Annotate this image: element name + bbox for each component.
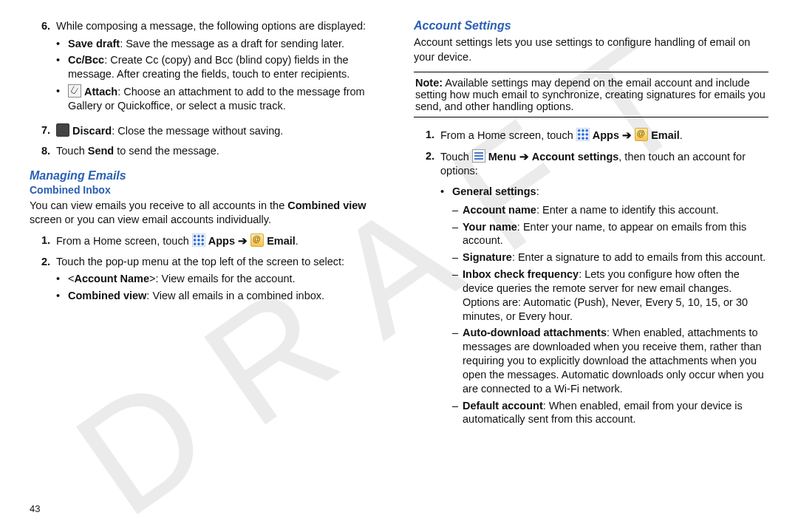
step-number: 8. xyxy=(30,144,56,159)
text: : Save the message as a draft for sendin… xyxy=(120,38,344,50)
label: Account name xyxy=(463,204,536,216)
label: Your name xyxy=(463,221,517,233)
text: Touch xyxy=(56,145,88,157)
sub-default-account: –Default account: When enabled, email fr… xyxy=(452,399,768,427)
step-6: 6. While composing a message, the follow… xyxy=(30,19,384,117)
bullet-save-draft: • Save draft: Save the message as a draf… xyxy=(56,37,384,51)
ci-step-1: 1. From a Home screen, touch Apps ➔ Emai… xyxy=(30,233,384,249)
arrow-icon: ➔ xyxy=(238,235,248,247)
subhead-combined-inbox: Combined Inbox xyxy=(30,184,384,196)
sub-account-name: –Account name: Enter a name to identify … xyxy=(452,203,768,217)
bullet-attach: • Attach: Choose an attachment to add to… xyxy=(56,84,384,113)
label: General settings xyxy=(452,185,536,197)
step-number: 1. xyxy=(30,233,56,249)
label: Send xyxy=(88,145,114,157)
label: Combined view xyxy=(287,200,366,211)
label: Default account xyxy=(463,400,543,412)
text: Touch the pop-up menu at the top left of… xyxy=(56,256,344,267)
sub-auto-download: –Auto-download attachments: When enabled… xyxy=(452,326,768,395)
right-column: Account Settings Account settings lets y… xyxy=(414,19,768,437)
sub-your-name: –Your name: Enter your name, to appear o… xyxy=(452,220,768,248)
text: : Close the message without saving. xyxy=(112,125,283,137)
text: : Enter a signature to add to emails fro… xyxy=(512,251,765,263)
step-text: While composing a message, the following… xyxy=(56,20,366,32)
bullet-account-name: • <Account Name>: View emails for the ac… xyxy=(56,272,384,286)
text: From a Home screen, touch xyxy=(440,129,576,141)
step-number: 1. xyxy=(414,128,440,143)
label: Auto-download attachments xyxy=(463,327,607,338)
left-column: 6. While composing a message, the follow… xyxy=(30,19,384,437)
trash-icon xyxy=(56,123,69,137)
sub-inbox-freq: –Inbox check frequency: Lets you configu… xyxy=(452,267,768,323)
attach-icon xyxy=(68,84,81,98)
email-icon xyxy=(635,128,648,141)
bullet-general-settings: • General settings: –Account name: Enter… xyxy=(440,185,768,427)
menu-icon xyxy=(472,149,485,163)
label: Save draft xyxy=(68,38,120,50)
apps-label: Apps xyxy=(593,129,619,141)
arrow-icon: ➔ xyxy=(622,129,632,141)
ci-step-2: 2. Touch the pop-up menu at the top left… xyxy=(30,255,384,307)
text: to send the message. xyxy=(114,145,219,157)
manual-page: 6. While composing a message, the follow… xyxy=(0,0,798,451)
step-8: 8. Touch Send to send the message. xyxy=(30,144,384,159)
step-number: 7. xyxy=(30,123,56,139)
bullet-combined-view: • Combined view: View all emails in a co… xyxy=(56,289,384,303)
account-settings-label: Account settings xyxy=(532,151,619,163)
as-step-1: 1. From a Home screen, touch Apps ➔ Emai… xyxy=(414,128,768,143)
step-number: 2. xyxy=(414,149,440,432)
text: . xyxy=(296,235,299,247)
text: . xyxy=(680,129,683,141)
note-text: Available settings may depend on the ema… xyxy=(415,77,765,112)
label: Cc/Bcc xyxy=(68,54,104,66)
account-settings-intro: Account settings lets you use settings t… xyxy=(414,35,768,64)
text: : xyxy=(536,185,539,197)
label: Discard xyxy=(72,125,112,137)
email-icon xyxy=(250,233,264,247)
email-label: Email xyxy=(267,235,296,247)
step-number: 2. xyxy=(30,255,56,307)
apps-icon xyxy=(192,233,205,247)
email-label: Email xyxy=(651,129,680,141)
text: Touch xyxy=(440,151,472,163)
label: Signature xyxy=(463,251,512,263)
as-step-2: 2. Touch Menu ➔ Account settings, then t… xyxy=(414,149,768,432)
note-label: Note: xyxy=(415,77,443,89)
step-7: 7. Discard: Close the message without sa… xyxy=(30,123,384,139)
sub-signature: –Signature: Enter a signature to add to … xyxy=(452,250,768,265)
bullet-cc-bcc: • Cc/Bcc: Create Cc (copy) and Bcc (blin… xyxy=(56,53,384,81)
text: : Enter a name to identify this account. xyxy=(536,204,719,216)
heading-account-settings: Account Settings xyxy=(414,19,768,33)
text: screen or you can view email accounts in… xyxy=(30,214,271,225)
heading-managing-emails: Managing Emails xyxy=(30,169,384,183)
page-number: 43 xyxy=(30,503,40,514)
menu-label: Menu xyxy=(488,151,516,163)
label: Attach xyxy=(84,86,117,98)
apps-icon xyxy=(576,128,590,141)
text: : Create Cc (copy) and Bcc (blind copy) … xyxy=(68,54,349,80)
arrow-icon: ➔ xyxy=(519,151,529,163)
label: Combined view xyxy=(68,290,146,301)
note-box: Note: Available settings may depend on t… xyxy=(414,72,768,117)
combined-inbox-intro: You can view emails you receive to all a… xyxy=(30,199,384,228)
step-number: 6. xyxy=(30,19,56,117)
label: Inbox check frequency xyxy=(463,268,579,280)
text: You can view emails you receive to all a… xyxy=(30,200,287,211)
text: : View emails for the account. xyxy=(155,273,295,284)
text: : View all emails in a combined inbox. xyxy=(146,290,324,301)
apps-label: Apps xyxy=(208,235,235,247)
label: Account Name xyxy=(74,273,149,284)
text: From a Home screen, touch xyxy=(56,235,192,247)
